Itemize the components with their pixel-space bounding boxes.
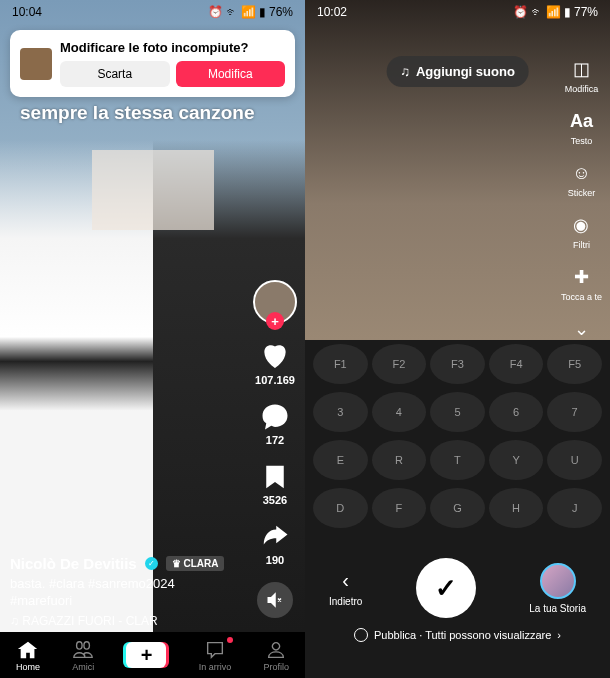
nav-friends[interactable]: Amici xyxy=(72,639,94,672)
tool-text-label: Testo xyxy=(571,136,593,146)
status-time: 10:02 xyxy=(317,5,347,19)
mute-icon xyxy=(266,591,284,609)
create-button[interactable]: + xyxy=(126,642,166,668)
bookmark-count: 3526 xyxy=(263,494,287,506)
music-note-icon: ♫ xyxy=(400,64,410,79)
nav-inbox-label: In arrivo xyxy=(199,662,232,672)
wifi-icon: ᯤ xyxy=(531,5,543,19)
key: R xyxy=(372,440,427,480)
key: F4 xyxy=(489,344,544,384)
alarm-icon: ⏰ xyxy=(208,5,223,19)
story-avatar-icon xyxy=(540,563,576,599)
tool-filters[interactable]: ◉ Filtri xyxy=(568,212,594,250)
status-bar: 10:02 ⏰ ᯤ 📶 ▮ 77% xyxy=(305,0,610,24)
author-name[interactable]: Nicolò De Devitiis xyxy=(10,555,137,572)
video-caption[interactable]: basta. #clara #sanremo2024 #marefuori xyxy=(10,576,235,610)
bookmark-button[interactable]: 3526 xyxy=(260,462,290,506)
battery-icon: ▮ xyxy=(259,5,266,19)
editor-tools: ◫ Modifica Aa Testo ☺ Sticker ◉ Filtri ✚… xyxy=(561,56,602,342)
verified-icon: ✓ xyxy=(145,557,158,570)
key: G xyxy=(430,488,485,528)
video-info: Nicolò De Devitiis ✓ ♛ CLARA basta. #cla… xyxy=(10,555,235,628)
home-icon xyxy=(17,639,39,661)
confirm-button[interactable]: ✓ xyxy=(416,558,476,618)
nav-profile[interactable]: Profilo xyxy=(263,639,289,672)
key: F2 xyxy=(372,344,427,384)
tool-edit[interactable]: ◫ Modifica xyxy=(565,56,599,94)
tool-edit-label: Modifica xyxy=(565,84,599,94)
friends-icon xyxy=(72,639,94,661)
nav-home[interactable]: Home xyxy=(16,639,40,672)
key: F xyxy=(372,488,427,528)
signal-icon: 📶 xyxy=(546,5,561,19)
plus-icon: + xyxy=(141,644,153,667)
mute-button[interactable] xyxy=(257,582,293,618)
chevron-down-icon: ⌄ xyxy=(568,316,594,342)
music-row[interactable]: ♫ RAGAZZI FUORI - CLAR xyxy=(10,614,235,628)
sticker-icon: ☺ xyxy=(568,160,594,186)
heart-icon xyxy=(259,340,291,372)
status-bar: 10:04 ⏰ ᯤ 📶 ▮ 76% xyxy=(0,0,305,24)
share-count: 190 xyxy=(266,554,284,566)
your-story-button[interactable]: La tua Storia xyxy=(529,563,586,614)
nav-friends-label: Amici xyxy=(72,662,94,672)
key: 6 xyxy=(489,392,544,432)
edit-photo-popup: Modificare le foto incompiute? Scarta Mo… xyxy=(10,30,295,97)
add-sound-button[interactable]: ♫ Aggiungi suono xyxy=(386,56,529,87)
key: H xyxy=(489,488,544,528)
publish-label: Pubblica · Tutti possono visualizzare xyxy=(374,629,551,641)
follow-plus-icon[interactable]: + xyxy=(266,312,284,330)
signal-icon: 📶 xyxy=(241,5,256,19)
comment-count: 172 xyxy=(266,434,284,446)
bottom-nav: Home Amici + In arrivo Profilo xyxy=(0,632,305,678)
comment-icon xyxy=(260,402,290,432)
tool-sticker[interactable]: ☺ Sticker xyxy=(568,160,596,198)
filters-icon: ◉ xyxy=(568,212,594,238)
alarm-icon: ⏰ xyxy=(513,5,528,19)
like-button[interactable]: 107.169 xyxy=(255,340,295,386)
bookmark-icon xyxy=(260,462,290,492)
tool-yourturn-label: Tocca a te xyxy=(561,292,602,302)
battery-pct: 76% xyxy=(269,5,293,19)
add-sound-label: Aggiungi suono xyxy=(416,64,515,79)
chevron-right-icon: › xyxy=(557,629,561,641)
back-button[interactable]: ‹ Indietro xyxy=(329,569,362,607)
globe-icon xyxy=(354,628,368,642)
comment-button[interactable]: 172 xyxy=(260,402,290,446)
key: 7 xyxy=(547,392,602,432)
back-label: Indietro xyxy=(329,596,362,607)
phone-left-tiktok: 10:04 ⏰ ᯤ 📶 ▮ 76% Modificare le foto inc… xyxy=(0,0,305,678)
yourturn-icon: ✚ xyxy=(568,264,594,290)
publish-privacy-row[interactable]: Pubblica · Tutti possono visualizzare › xyxy=(305,628,610,642)
status-time: 10:04 xyxy=(12,5,42,19)
story-label: La tua Storia xyxy=(529,603,586,614)
key: J xyxy=(547,488,602,528)
edit-button[interactable]: Modifica xyxy=(176,61,286,87)
like-count: 107.169 xyxy=(255,374,295,386)
tool-yourturn[interactable]: ✚ Tocca a te xyxy=(561,264,602,302)
status-icons: ⏰ ᯤ 📶 ▮ 77% xyxy=(513,5,598,19)
nav-profile-label: Profilo xyxy=(263,662,289,672)
music-label: ♫ RAGAZZI FUORI - CLAR xyxy=(10,614,158,628)
inbox-icon xyxy=(204,639,226,661)
nav-inbox[interactable]: In arrivo xyxy=(199,639,232,672)
tool-sticker-label: Sticker xyxy=(568,188,596,198)
key: Y xyxy=(489,440,544,480)
editor-bottom-controls: ‹ Indietro ✓ La tua Storia xyxy=(305,558,610,618)
share-button[interactable]: 190 xyxy=(260,522,290,566)
key: D xyxy=(313,488,368,528)
tool-more[interactable]: ⌄ xyxy=(568,316,594,342)
avatar-icon: + xyxy=(253,280,297,324)
tool-text[interactable]: Aa Testo xyxy=(568,108,594,146)
nav-home-label: Home xyxy=(16,662,40,672)
popup-title: Modificare le foto incompiute? xyxy=(60,40,285,55)
wifi-icon: ᯤ xyxy=(226,5,238,19)
author-avatar-button[interactable]: + xyxy=(253,280,297,324)
battery-pct: 77% xyxy=(574,5,598,19)
chevron-left-icon: ‹ xyxy=(342,569,349,592)
video-caption-overlay: sempre la stessa canzone xyxy=(20,102,285,124)
discard-button[interactable]: Scarta xyxy=(60,61,170,87)
author-tag[interactable]: ♛ CLARA xyxy=(166,556,225,571)
popup-thumbnail xyxy=(20,48,52,80)
crop-icon: ◫ xyxy=(568,56,594,82)
